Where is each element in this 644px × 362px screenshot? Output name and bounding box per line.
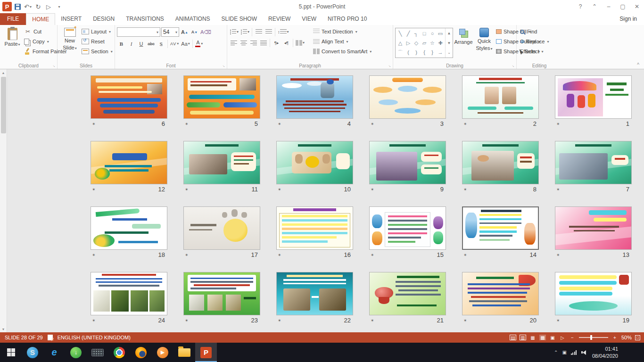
tab-design[interactable]: DESIGN	[87, 13, 120, 25]
shape-icon[interactable]: □	[421, 30, 428, 38]
slide-thumbnail[interactable]	[462, 75, 539, 119]
tab-slide-show[interactable]: SLIDE SHOW	[216, 13, 263, 25]
zoom-slider-thumb[interactable]	[590, 335, 592, 340]
slide-thumbnail[interactable]	[369, 75, 446, 119]
slide-thumbnail[interactable]	[276, 206, 353, 250]
shape-icon[interactable]: ▷	[405, 39, 412, 47]
redo-button[interactable]: ↻	[33, 2, 43, 11]
arrange-button[interactable]: Arrange	[453, 26, 474, 47]
shape-icon[interactable]: ⌒	[396, 49, 404, 57]
customize-quick-access-button[interactable]: ▾	[54, 2, 64, 11]
tab-animations[interactable]: ANIMATIONS	[170, 13, 216, 25]
change-case-button[interactable]: Aa▾	[181, 39, 190, 48]
bullets-button[interactable]: ▾	[229, 27, 239, 36]
align-center-button[interactable]	[239, 38, 248, 47]
slide-thumbnail[interactable]	[276, 272, 353, 315]
taskbar-chrome[interactable]	[108, 343, 130, 362]
convert-to-smartart-button[interactable]: Convert to SmartArt▾	[312, 47, 373, 56]
slide-thumbnail[interactable]	[369, 141, 446, 184]
slide-thumbnail[interactable]	[276, 75, 353, 119]
tab-insert[interactable]: INSERT	[55, 13, 87, 25]
scroll-up-icon[interactable]: ▲	[2, 69, 5, 76]
numbering-button[interactable]: ▾	[240, 27, 250, 36]
shapes-gallery-scroll[interactable]: ▲ ▼ ⌄	[445, 28, 453, 58]
left-to-right-button[interactable]: ¶▸	[272, 38, 281, 47]
italic-button[interactable]: I	[127, 39, 136, 48]
tab-home[interactable]: HOME	[26, 13, 55, 25]
maximize-button[interactable]: ▢	[616, 0, 630, 13]
slide-thumbnail[interactable]	[462, 272, 539, 315]
hidden-icons-button[interactable]: ⌃	[554, 350, 558, 355]
text-direction-button[interactable]: Text Direction▾	[312, 27, 373, 36]
help-button[interactable]: ?	[573, 0, 587, 13]
reset-button[interactable]: Reset	[80, 37, 114, 46]
right-to-left-button[interactable]: ◂¶	[282, 38, 291, 47]
normal-view-button[interactable]: ▦	[529, 335, 536, 340]
start-from-beginning-button[interactable]: ▷	[44, 2, 53, 11]
taskbar-firefox[interactable]	[130, 343, 152, 362]
taskbar-media-player[interactable]: ▶	[152, 343, 173, 362]
volume-icon[interactable]	[581, 350, 586, 355]
shapes-gallery[interactable]: ╲╱┐□○▭△▷◇▱☆✚⌒(){}→ ▲ ▼ ⌄	[395, 28, 453, 58]
shape-icon[interactable]: }	[429, 49, 436, 57]
tab-file[interactable]: FILE	[0, 13, 26, 25]
section-button[interactable]: Section▾	[80, 47, 114, 56]
decrease-indent-button[interactable]	[254, 27, 263, 36]
slide-thumbnail[interactable]	[369, 272, 446, 315]
slide-thumbnail[interactable]	[555, 206, 632, 250]
character-spacing-button[interactable]: AV▾	[170, 39, 180, 48]
language-indicator[interactable]: ENGLISH (UNITED KINGDOM)	[58, 335, 131, 340]
scroll-down-icon[interactable]: ▼	[2, 326, 5, 332]
save-button[interactable]	[13, 2, 22, 11]
slide-thumbnail[interactable]	[555, 75, 632, 119]
shapes-scroll-down-icon[interactable]: ▼	[446, 39, 452, 48]
shapes-scroll-up-icon[interactable]: ▲	[446, 29, 452, 38]
shape-icon[interactable]: ✚	[437, 39, 444, 47]
slide-thumbnail[interactable]	[91, 141, 167, 184]
replace-button[interactable]: abReplace▾	[519, 37, 550, 46]
spell-check-icon[interactable]	[48, 335, 53, 340]
taskbar-file-explorer[interactable]	[173, 343, 195, 362]
slide-thumbnail[interactable]	[91, 206, 167, 250]
shape-icon[interactable]: △	[396, 39, 404, 47]
tab-view[interactable]: VIEW	[296, 13, 322, 25]
tray-app-icon[interactable]: ▣	[562, 350, 566, 355]
slide-thumbnail[interactable]	[276, 141, 353, 184]
comments-button[interactable]: ▥	[520, 335, 526, 340]
scrollbar-thumb[interactable]	[1, 77, 6, 133]
powerpoint-app-icon[interactable]: P	[2, 2, 12, 11]
taskbar-powerpoint[interactable]: P	[195, 343, 217, 362]
taskbar-messenger[interactable]: S	[22, 343, 43, 362]
close-button[interactable]: ✕	[630, 0, 644, 13]
taskbar-internet-explorer[interactable]: e	[43, 343, 65, 362]
align-left-button[interactable]	[229, 38, 238, 47]
slide-thumbnail[interactable]	[183, 272, 260, 315]
zoom-out-button[interactable]: −	[569, 335, 576, 340]
shape-icon[interactable]: (	[405, 49, 412, 57]
zoom-slider[interactable]	[579, 337, 608, 338]
slide-thumbnail[interactable]	[183, 75, 260, 119]
shape-icon[interactable]: ┐	[413, 30, 420, 38]
align-right-button[interactable]	[249, 38, 258, 47]
minimize-button[interactable]: –	[602, 0, 616, 13]
shape-icon[interactable]: →	[437, 49, 444, 57]
slide-thumbnail[interactable]	[91, 75, 167, 119]
taskbar-on-screen-keyboard[interactable]	[87, 343, 108, 362]
columns-button[interactable]: ▾	[295, 38, 305, 47]
shrink-font-button[interactable]: A▼	[190, 28, 199, 37]
shape-icon[interactable]: {	[421, 49, 428, 57]
shape-icon[interactable]: ▭	[437, 30, 444, 38]
slide-thumbnail[interactable]	[555, 272, 632, 315]
shape-icon[interactable]: ▱	[421, 39, 428, 47]
font-size-combo[interactable]: 54▾	[161, 27, 179, 37]
taskbar-clock[interactable]: 01:41 08/04/2020	[590, 346, 620, 360]
network-icon[interactable]	[571, 350, 577, 355]
shape-icon[interactable]: ☆	[429, 39, 436, 47]
tab-review[interactable]: REVIEW	[263, 13, 296, 25]
shape-icon[interactable]: ○	[429, 30, 436, 38]
zoom-level[interactable]: 50%	[621, 335, 632, 340]
fit-slide-to-window-button[interactable]	[635, 335, 640, 340]
find-button[interactable]: Find	[519, 27, 550, 36]
layout-button[interactable]: Layout▾	[80, 27, 114, 36]
collapse-ribbon-button[interactable]: ^	[637, 62, 639, 67]
